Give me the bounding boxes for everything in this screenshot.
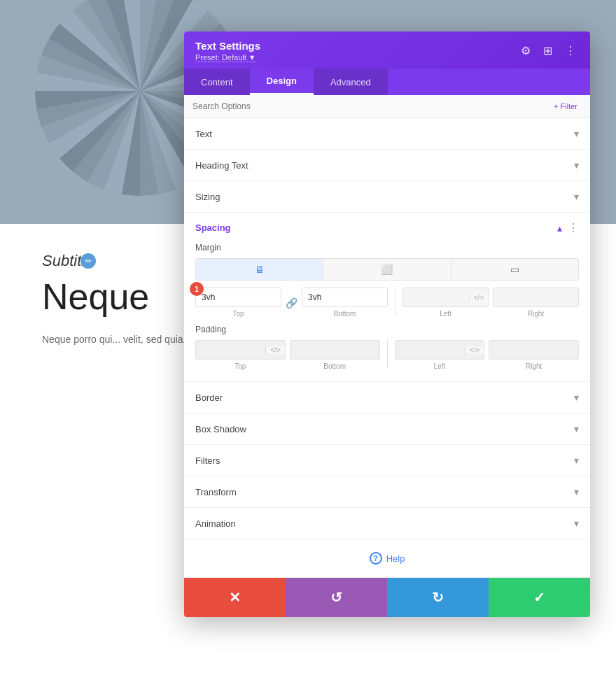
margin-left-group: </> Left	[402, 288, 489, 318]
padding-bottom-input-container[interactable]	[290, 340, 380, 360]
margin-label: Margin	[195, 243, 579, 253]
margin-left-label: Left	[402, 310, 489, 318]
search-input[interactable]	[192, 101, 550, 111]
padding-bottom-group: Bottom	[290, 340, 380, 370]
chevron-down-icon: ▾	[574, 160, 579, 171]
margin-bottom-label: Bottom	[302, 310, 388, 318]
padding-top-input[interactable]	[196, 341, 265, 359]
panel-footer: ✕ ↺ ↻ ✓	[184, 577, 590, 617]
device-tab-desktop[interactable]: 🖥	[196, 259, 323, 280]
section-border-label: Border	[195, 392, 223, 403]
section-animation[interactable]: Animation ▾	[184, 508, 590, 539]
section-border[interactable]: Border ▾	[184, 382, 590, 413]
margin-top-input[interactable]	[196, 288, 281, 306]
padding-left-unit: </>	[465, 346, 484, 354]
spacing-more-icon[interactable]: ⋮	[568, 221, 579, 234]
panel-title-group: Text Settings Preset: Default ▼	[195, 40, 260, 62]
spacing-header: Spacing ▴ ⋮	[195, 221, 579, 234]
margin-top-input-container[interactable]	[195, 288, 281, 307]
tab-design[interactable]: Design	[250, 69, 314, 95]
padding-left-input-container[interactable]: </>	[395, 340, 485, 360]
section-transform[interactable]: Transform ▾	[184, 476, 590, 508]
section-text-label: Text	[195, 129, 212, 139]
columns-icon-btn[interactable]: ⊞	[540, 43, 555, 59]
edit-badge[interactable]	[80, 253, 96, 269]
section-filters[interactable]: Filters ▾	[184, 445, 590, 476]
tab-content[interactable]: Content	[184, 69, 250, 95]
chevron-down-icon: ▾	[574, 191, 579, 202]
device-tab-tablet[interactable]: ⬜	[323, 259, 451, 280]
section-heading-text-label: Heading Text	[195, 160, 248, 171]
tab-advanced[interactable]: Advanced	[314, 69, 388, 95]
padding-left-input[interactable]	[396, 341, 465, 359]
chevron-down-icon: ▾	[574, 392, 579, 403]
notification-badge: 1	[190, 282, 204, 296]
padding-top-group: </> Top	[195, 340, 286, 370]
spacing-section: Spacing ▴ ⋮ Margin 🖥 ⬜ ▭ 1	[184, 213, 590, 382]
more-options-btn[interactable]: ⋮	[562, 43, 579, 59]
section-transform-label: Transform	[195, 487, 237, 497]
margin-left-input-container[interactable]: </>	[402, 288, 489, 307]
link-icon[interactable]: 🔗	[286, 297, 298, 309]
panel-search-bar: + Filter	[184, 95, 590, 118]
vertical-divider	[395, 288, 396, 316]
margin-inputs-row: 1 Top 🔗 Bottom	[195, 288, 579, 318]
chevron-down-icon: ▾	[574, 128, 579, 139]
section-box-shadow-label: Box Shadow	[195, 424, 246, 434]
spacing-header-actions: ▴ ⋮	[557, 221, 579, 234]
panel-header-actions: ⚙ ⊞ ⋮	[518, 43, 579, 59]
reset-button[interactable]: ↺	[286, 578, 387, 617]
chevron-up-icon[interactable]: ▴	[557, 222, 562, 234]
confirm-button[interactable]: ✓	[489, 578, 590, 617]
vertical-divider-padding	[387, 340, 388, 368]
margin-right-group: Right	[493, 288, 579, 318]
padding-bottom-input[interactable]	[290, 341, 379, 359]
margin-right-input-container[interactable]	[493, 288, 579, 307]
padding-label: Padding	[195, 325, 579, 334]
panel-header: Text Settings Preset: Default ▼ ⚙ ⊞ ⋮	[184, 31, 590, 69]
section-sizing[interactable]: Sizing ▾	[184, 181, 590, 213]
section-animation-label: Animation	[195, 518, 236, 529]
section-box-shadow[interactable]: Box Shadow ▾	[184, 413, 590, 445]
panel-preset[interactable]: Preset: Default ▼	[195, 53, 260, 62]
section-filters-label: Filters	[195, 455, 220, 466]
padding-right-input-container[interactable]	[489, 340, 579, 360]
text-settings-panel: Text Settings Preset: Default ▼ ⚙ ⊞ ⋮ Co…	[184, 31, 590, 617]
section-sizing-label: Sizing	[195, 192, 220, 202]
filter-button[interactable]: + Filter	[550, 101, 582, 112]
help-row[interactable]: ? Help	[184, 539, 590, 577]
chevron-down-icon: ▾	[574, 486, 579, 497]
margin-left-input[interactable]	[403, 288, 469, 306]
chevron-down-icon: ▾	[574, 455, 579, 466]
chevron-down-icon: ▾	[574, 423, 579, 434]
device-tab-mobile[interactable]: ▭	[451, 259, 578, 280]
padding-left-group: </> Left	[395, 340, 485, 370]
margin-bottom-input[interactable]	[302, 288, 387, 306]
padding-top-unit: </>	[265, 346, 284, 354]
panel-body: Text ▾ Heading Text ▾ Sizing ▾ Spacing ▴…	[184, 118, 590, 577]
padding-left-label: Left	[395, 362, 485, 370]
help-icon: ?	[370, 552, 382, 565]
panel-title: Text Settings	[195, 40, 260, 52]
margin-top-input-wrapper: 1	[195, 288, 281, 307]
padding-right-input[interactable]	[489, 341, 578, 359]
padding-top-input-container[interactable]: </>	[195, 340, 286, 360]
padding-top-label: Top	[195, 362, 286, 370]
cancel-button[interactable]: ✕	[184, 578, 286, 617]
margin-left-unit: </>	[469, 294, 488, 302]
margin-right-label: Right	[493, 310, 579, 318]
padding-right-label: Right	[489, 362, 579, 370]
margin-top-group: 1 Top	[195, 288, 281, 318]
margin-top-label: Top	[195, 310, 281, 318]
spacing-title[interactable]: Spacing	[195, 222, 231, 233]
redo-button[interactable]: ↻	[387, 578, 489, 617]
margin-right-input[interactable]	[493, 288, 578, 306]
padding-right-group: Right	[489, 340, 579, 370]
margin-bottom-group: Bottom	[302, 288, 388, 318]
settings-icon-btn[interactable]: ⚙	[518, 43, 533, 59]
margin-bottom-input-container[interactable]	[302, 288, 388, 307]
padding-inputs-row: </> Top Bottom </>	[195, 340, 579, 370]
section-heading-text[interactable]: Heading Text ▾	[184, 150, 590, 181]
section-text[interactable]: Text ▾	[184, 118, 590, 150]
help-label: Help	[386, 553, 405, 564]
